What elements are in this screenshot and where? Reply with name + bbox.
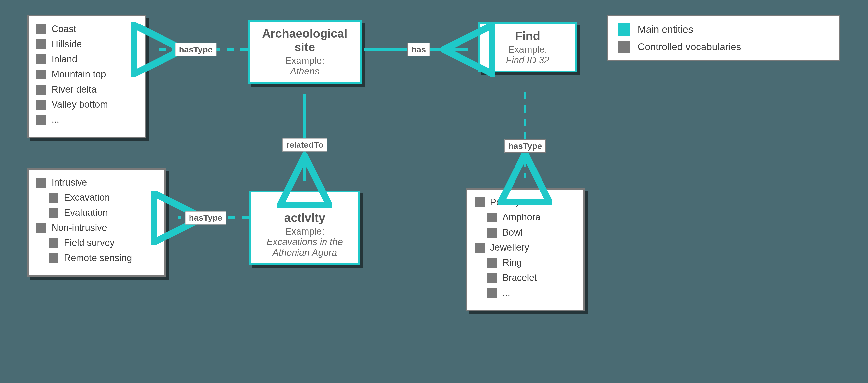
entity-example: Find ID 32	[485, 55, 570, 66]
vocab-square-icon	[475, 243, 485, 253]
legend: Main entities Controlled vocabularies	[607, 15, 840, 61]
vocab-label: ...	[52, 114, 59, 125]
legend-square-vocab	[618, 41, 630, 53]
vocab-label: River delta	[52, 84, 97, 95]
vocab-item: Coast	[36, 24, 137, 34]
vocab-group: Pottery	[475, 197, 576, 208]
edge-label-site-hastype: hasType	[175, 43, 216, 57]
entity-research-activity: Research activity Example: Excavations i…	[249, 190, 361, 265]
vocab-item: ...	[36, 114, 137, 125]
vocab-label: Jewellery	[490, 242, 529, 253]
vocab-label: Bracelet	[502, 272, 537, 283]
vocab-label: ...	[502, 287, 510, 298]
vocab-item: Evaluation	[49, 207, 157, 218]
legend-label-main: Main entities	[638, 24, 693, 35]
entity-title: site	[255, 40, 355, 54]
vocab-item: Ring	[487, 257, 576, 268]
vocab-label: Ring	[502, 257, 522, 268]
vocab-square-icon	[36, 55, 46, 64]
vocab-square-icon	[475, 198, 485, 207]
entity-example: Excavations in the	[256, 237, 353, 247]
vocab-square-icon	[487, 212, 497, 222]
vocab-square-icon	[36, 84, 46, 95]
entity-title: activity	[256, 211, 353, 225]
vocab-item: Inland	[36, 54, 137, 65]
vocab-item: Amphora	[487, 212, 576, 223]
vocab-square-icon	[487, 273, 497, 283]
vocab-square-icon	[487, 288, 497, 298]
vocab-item: Valley bottom	[36, 99, 137, 110]
vocab-site-types: Coast Hillside Inland Mountain top River…	[27, 15, 146, 138]
vocab-find-types: Pottery Amphora Bowl Jewellery Ring Brac…	[466, 188, 585, 312]
vocab-group: Intrusive	[36, 177, 157, 188]
vocab-square-icon	[36, 70, 46, 79]
vocab-item: Remote sensing	[49, 253, 157, 263]
vocab-square-icon	[36, 39, 46, 49]
legend-item-main: Main entities	[618, 23, 829, 36]
vocab-label: Amphora	[502, 212, 540, 223]
edge-label-research-hastype: hasType	[185, 211, 226, 225]
vocab-label: Bowl	[502, 227, 523, 238]
vocab-label: Field survey	[64, 238, 115, 248]
vocab-label: Non-intrusive	[52, 222, 107, 233]
vocab-label: Inland	[52, 54, 77, 65]
vocab-item: Bracelet	[487, 272, 576, 283]
vocab-square-icon	[487, 228, 497, 238]
edge-label-find-hastype: hasType	[504, 139, 546, 153]
vocab-research-types: Intrusive Excavation Evaluation Non-intr…	[27, 168, 166, 277]
entity-example-label: Example:	[255, 56, 355, 66]
vocab-group: Non-intrusive	[36, 222, 157, 233]
vocab-item: Excavation	[49, 192, 157, 203]
vocab-label: Evaluation	[64, 207, 108, 218]
vocab-item: Hillside	[36, 39, 137, 49]
entity-archaeological-site: Archaeological site Example: Athens	[248, 20, 362, 83]
vocab-label: Pottery	[490, 197, 520, 208]
vocab-label: Mountain top	[52, 69, 106, 80]
entity-example: Athenian Agora	[256, 247, 353, 258]
vocab-square-icon	[487, 258, 497, 268]
vocab-label: Hillside	[52, 39, 82, 49]
legend-item-vocab: Controlled vocabularies	[618, 41, 829, 53]
vocab-square-icon	[36, 223, 46, 233]
vocab-item: River delta	[36, 84, 137, 95]
vocab-label: Remote sensing	[64, 253, 132, 263]
vocab-square-icon	[36, 178, 46, 187]
entity-title: Find	[485, 29, 570, 43]
entity-example-label: Example:	[256, 226, 353, 237]
edge-label-site-has: has	[407, 43, 430, 57]
vocab-label: Intrusive	[52, 177, 87, 188]
entity-example-label: Example:	[485, 44, 570, 55]
vocab-group: Jewellery	[475, 242, 576, 253]
vocab-square-icon	[49, 193, 58, 203]
vocab-square-icon	[49, 208, 58, 218]
vocab-item: Mountain top	[36, 69, 137, 80]
entity-find: Find Example: Find ID 32	[478, 22, 577, 72]
vocab-label: Valley bottom	[52, 99, 108, 110]
vocab-item: Field survey	[49, 238, 157, 248]
entity-example: Athens	[255, 66, 355, 77]
vocab-square-icon	[49, 238, 58, 248]
legend-label-vocab: Controlled vocabularies	[638, 41, 741, 53]
entity-title: Research	[256, 198, 353, 211]
vocab-label: Coast	[52, 24, 76, 34]
vocab-item: ...	[487, 287, 576, 298]
edge-label-site-relatedto: relatedTo	[282, 138, 328, 152]
vocab-square-icon	[36, 24, 46, 34]
vocab-square-icon	[36, 100, 46, 110]
vocab-label: Excavation	[64, 192, 110, 203]
vocab-item: Bowl	[487, 227, 576, 238]
legend-square-main	[618, 23, 630, 36]
entity-title: Archaeological	[255, 27, 355, 40]
vocab-square-icon	[49, 253, 58, 263]
vocab-square-icon	[36, 115, 46, 125]
